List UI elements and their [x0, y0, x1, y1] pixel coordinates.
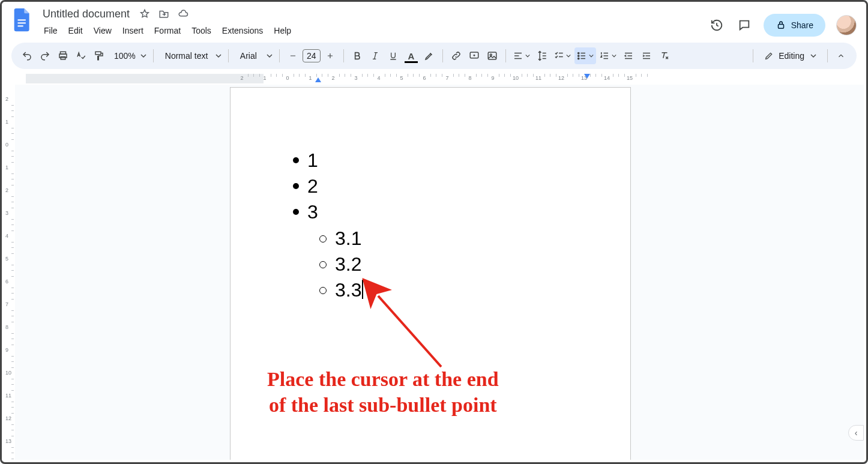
menu-view[interactable]: View — [89, 23, 116, 38]
horizontal-ruler[interactable]: 210123456789101112131415 — [26, 74, 860, 85]
menu-edit[interactable]: Edit — [64, 23, 88, 38]
undo-button[interactable] — [19, 47, 35, 64]
vertical-ruler[interactable]: 21012345678910111213 — [3, 85, 14, 457]
doc-title[interactable]: Untitled document — [39, 7, 133, 22]
line-spacing-button[interactable] — [534, 47, 550, 64]
svg-rect-9 — [488, 52, 496, 59]
underline-button[interactable] — [385, 47, 402, 64]
list-item: 3.1 — [288, 226, 363, 252]
list-item: 3 — [288, 199, 363, 225]
menu-insert[interactable]: Insert — [118, 23, 148, 38]
comment-button[interactable] — [466, 47, 483, 64]
svg-rect-7 — [95, 52, 101, 55]
svg-point-12 — [577, 55, 579, 56]
collapse-toolbar-button[interactable] — [833, 47, 849, 64]
doc-canvas[interactable]: 1 2 3 3.1 3.2 3.3 Place the cursor at th… — [15, 85, 864, 460]
menu-file[interactable]: File — [39, 23, 62, 38]
menu-format[interactable]: Format — [149, 23, 185, 38]
clear-formatting-button[interactable] — [656, 47, 673, 64]
history-icon[interactable] — [708, 17, 725, 34]
highlight-button[interactable] — [421, 47, 438, 64]
editing-mode-button[interactable]: Editing — [758, 47, 822, 64]
share-label: Share — [791, 20, 813, 30]
text-cursor — [362, 280, 363, 299]
bulleted-list-button[interactable] — [574, 47, 596, 64]
star-icon[interactable] — [139, 8, 150, 19]
toolbar: 100% Normal text Arial 24 A — [11, 43, 857, 69]
indent-increase-button[interactable] — [638, 47, 655, 64]
print-button[interactable] — [55, 47, 71, 64]
menu-tools[interactable]: Tools — [187, 23, 216, 38]
menubar: File Edit View Insert Format Tools Exten… — [39, 23, 296, 38]
cloud-status-icon[interactable] — [178, 8, 188, 19]
checklist-button[interactable] — [552, 47, 573, 64]
svg-rect-0 — [18, 19, 26, 20]
spellcheck-button[interactable] — [73, 47, 89, 64]
docs-logo[interactable] — [11, 7, 33, 34]
svg-point-11 — [577, 52, 579, 53]
bold-button[interactable] — [349, 47, 366, 64]
svg-rect-3 — [778, 25, 783, 29]
share-button[interactable]: Share — [764, 14, 825, 37]
svg-rect-2 — [18, 25, 23, 26]
menu-help[interactable]: Help — [269, 23, 296, 38]
svg-point-10 — [490, 54, 492, 56]
list-item: 1 — [288, 148, 363, 173]
font-dropdown[interactable]: Arial — [234, 47, 274, 64]
list-item: 3.3 — [288, 277, 363, 303]
link-button[interactable] — [448, 47, 465, 64]
doc-content[interactable]: 1 2 3 3.1 3.2 3.3 — [288, 148, 363, 303]
svg-point-13 — [577, 58, 579, 59]
paint-format-button[interactable] — [91, 47, 107, 64]
redo-button[interactable] — [37, 47, 53, 64]
avatar[interactable] — [836, 15, 857, 35]
indent-decrease-button[interactable] — [620, 47, 637, 64]
annotation-text: Place the cursor at the end of the last … — [267, 367, 499, 418]
list-item: 3.2 — [288, 252, 363, 277]
explore-button[interactable]: ‹ — [848, 425, 864, 441]
numbered-list-button[interactable] — [597, 47, 619, 64]
move-icon[interactable] — [158, 8, 169, 19]
list-item: 2 — [288, 173, 363, 199]
font-size-input[interactable]: 24 — [303, 49, 321, 62]
font-size-increase[interactable] — [322, 47, 339, 64]
italic-button[interactable] — [367, 47, 384, 64]
text-color-button[interactable]: A — [403, 47, 420, 64]
svg-rect-1 — [18, 22, 26, 23]
comments-icon[interactable] — [736, 17, 753, 34]
zoom-dropdown[interactable]: 100% — [109, 47, 148, 64]
font-size-decrease[interactable] — [285, 47, 301, 64]
styles-dropdown[interactable]: Normal text — [158, 47, 223, 64]
align-button[interactable] — [511, 47, 532, 64]
menu-extensions[interactable]: Extensions — [217, 23, 268, 38]
image-button[interactable] — [484, 47, 501, 64]
